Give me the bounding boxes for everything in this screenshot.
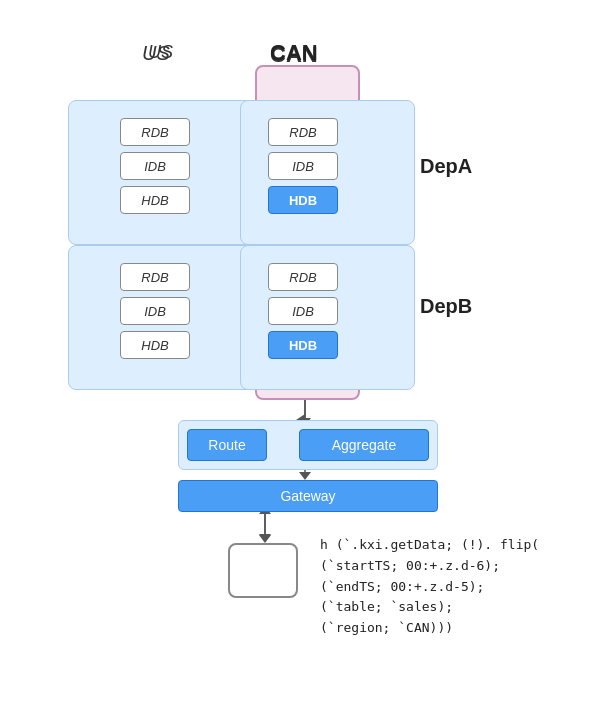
diagram-container: US CAN DepA RDB IDB HDB RDB IDB HDB DepB… <box>0 0 608 704</box>
can-dep-b-idb: IDB <box>268 297 338 325</box>
us-dep-b-rdb: RDB <box>120 263 190 291</box>
can-dep-b-rdb: RDB <box>268 263 338 291</box>
can-dep-a-rdb: RDB <box>268 118 338 146</box>
us-dep-a-hdb: HDB <box>120 186 190 214</box>
aggregate-button[interactable]: Aggregate <box>299 429 429 461</box>
us-dep-a-idb: IDB <box>120 152 190 180</box>
can-dep-b-hdb: HDB <box>268 331 338 359</box>
svg-marker-15 <box>259 534 271 542</box>
us-dep-b-idb: IDB <box>120 297 190 325</box>
gateway-button[interactable]: Gateway <box>178 480 438 512</box>
dep-a-label: DepA <box>420 155 472 178</box>
us-dep-a-rdb: RDB <box>120 118 190 146</box>
can-label-static: CAN <box>270 40 318 66</box>
can-dep-a-idb: IDB <box>268 152 338 180</box>
client-box <box>228 543 298 598</box>
us-label-static: US <box>142 42 170 65</box>
route-aggregate-container: Route Aggregate <box>178 420 438 470</box>
svg-marker-10 <box>299 472 311 480</box>
code-block: h (`.kxi.getData; (!). flip( (`startTS; … <box>320 535 539 639</box>
dep-b-label: DepB <box>420 295 472 318</box>
svg-marker-12 <box>259 535 271 543</box>
can-dep-a-hdb: HDB <box>268 186 338 214</box>
us-dep-b-hdb: HDB <box>120 331 190 359</box>
route-button[interactable]: Route <box>187 429 267 461</box>
